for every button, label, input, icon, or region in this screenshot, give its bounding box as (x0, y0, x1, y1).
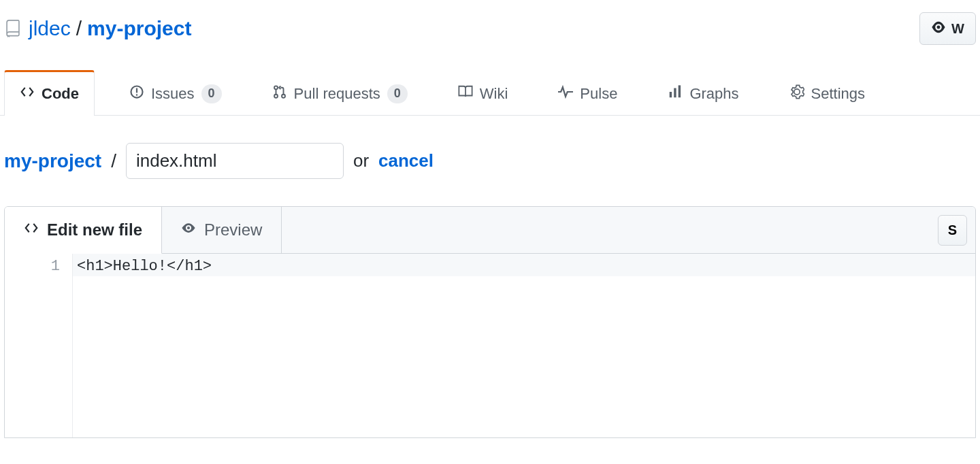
issues-count: 0 (201, 84, 222, 103)
graph-icon (668, 84, 683, 103)
gear-icon (789, 84, 804, 103)
editor-tab-preview[interactable]: Preview (162, 207, 282, 253)
pull-request-icon (272, 84, 287, 103)
watch-label: W (951, 21, 964, 37)
or-text: or (353, 150, 369, 171)
svg-rect-3 (136, 94, 137, 95)
tab-pull-requests[interactable]: Pull requests 0 (257, 70, 423, 116)
pulse-icon (558, 84, 573, 103)
editor-settings-button[interactable]: S (938, 215, 967, 246)
code-line[interactable]: <h1>Hello!</h1> (73, 254, 975, 276)
watch-button[interactable]: W (919, 12, 976, 45)
tab-wiki-label: Wiki (480, 85, 508, 103)
code-icon (20, 84, 35, 103)
tab-wiki[interactable]: Wiki (442, 70, 524, 116)
repo-header: jldec / my-project W (0, 0, 980, 45)
tab-issues-label: Issues (151, 85, 195, 103)
svg-point-0 (937, 25, 941, 29)
code-editor[interactable]: 1 <h1>Hello!</h1> (5, 254, 975, 437)
svg-rect-2 (136, 88, 137, 93)
repo-link[interactable]: my-project (87, 17, 191, 40)
tab-pulse[interactable]: Pulse (542, 70, 633, 116)
repo-breadcrumb: jldec / my-project (4, 17, 191, 40)
repo-nav: Code Issues 0 Pull requests 0 Wiki Pulse… (0, 69, 980, 116)
tab-code-label: Code (42, 85, 79, 103)
line-number-gutter: 1 (5, 254, 73, 437)
svg-point-6 (282, 95, 285, 98)
svg-rect-9 (679, 85, 681, 97)
svg-point-10 (187, 227, 190, 229)
tab-graphs[interactable]: Graphs (652, 70, 754, 116)
issue-icon (129, 84, 144, 103)
editor-tab-edit-label: Edit new file (47, 220, 142, 239)
book-icon (458, 84, 473, 103)
path-separator: / (111, 150, 116, 172)
tab-issues[interactable]: Issues 0 (114, 70, 238, 116)
cancel-link[interactable]: cancel (378, 150, 434, 171)
breadcrumb-separator: / (71, 17, 87, 40)
tab-pulse-label: Pulse (580, 85, 617, 103)
svg-point-4 (274, 86, 278, 89)
svg-point-5 (274, 95, 278, 98)
svg-rect-8 (674, 88, 676, 98)
repo-icon (4, 20, 22, 37)
code-content[interactable]: <h1>Hello!</h1> (73, 254, 975, 437)
pulls-count: 0 (387, 84, 408, 103)
line-number: 1 (9, 258, 60, 275)
code-icon (24, 220, 39, 239)
editor-tabs: Edit new file Preview S (5, 207, 975, 254)
file-path-root-link[interactable]: my-project (4, 150, 101, 172)
filename-input[interactable] (126, 143, 344, 179)
eye-icon (931, 20, 946, 38)
eye-icon (181, 220, 196, 239)
file-path-row: my-project / or cancel (0, 116, 980, 193)
tab-settings-label: Settings (811, 85, 866, 103)
tab-code[interactable]: Code (4, 70, 95, 116)
editor-tab-preview-label: Preview (204, 220, 262, 239)
editor-tab-edit[interactable]: Edit new file (5, 207, 162, 254)
editor: Edit new file Preview S 1 <h1>Hello!</h1… (4, 206, 976, 438)
tab-pulls-label: Pull requests (294, 85, 380, 103)
owner-link[interactable]: jldec (29, 17, 71, 40)
svg-rect-7 (670, 92, 672, 97)
tab-graphs-label: Graphs (689, 85, 738, 103)
tab-settings[interactable]: Settings (774, 70, 881, 116)
